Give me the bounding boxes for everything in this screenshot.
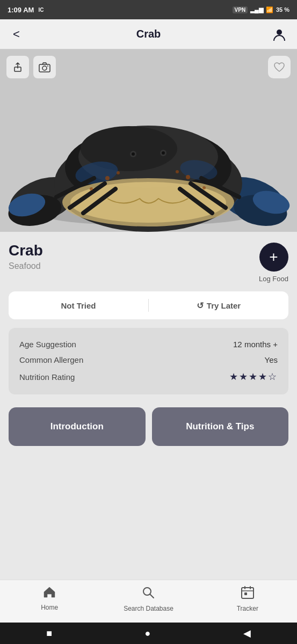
nav-tracker[interactable]: Tracker (198, 586, 297, 612)
nutrition-rating-stars: ★★★★☆ (229, 371, 278, 383)
age-suggestion-label: Age Suggestion (19, 340, 76, 349)
signal-icon: ▂▄▆ (250, 6, 263, 13)
try-later-icon: ↺ (197, 301, 204, 311)
svg-point-4 (47, 65, 48, 67)
svg-point-27 (105, 176, 110, 180)
not-tried-label: Not Tried (61, 301, 96, 310)
tab-section: Introduction Nutrition & Tips (9, 407, 288, 457)
food-image-section (0, 49, 297, 232)
camera-button[interactable] (33, 56, 56, 78)
android-nav: ■ ● ◀ (0, 623, 297, 644)
status-row: Not Tried ↺ Try Later (9, 291, 288, 319)
bottom-nav: Home Search Database Tracker (0, 580, 297, 623)
allergen-row: Common Allergen Yes (19, 352, 278, 368)
back-button[interactable]: < (9, 25, 24, 43)
android-back-button[interactable]: ◀ (243, 627, 251, 639)
nav-tracker-label: Tracker (237, 605, 258, 612)
svg-point-32 (176, 170, 179, 173)
search-icon (141, 586, 155, 603)
age-suggestion-value: 12 months + (233, 340, 278, 349)
svg-point-29 (90, 187, 93, 191)
wifi-icon: 📶 (266, 6, 273, 13)
nutrition-rating-row: Nutrition Rating ★★★★☆ (19, 368, 278, 386)
age-suggestion-row: Age Suggestion 12 months + (19, 336, 278, 352)
android-home-button[interactable]: ● (144, 628, 150, 639)
food-name: Crab (9, 243, 43, 259)
svg-point-30 (202, 186, 206, 189)
battery-label: 35 % (276, 6, 289, 13)
info-box: Age Suggestion 12 months + Common Allerg… (9, 328, 288, 394)
vpn-label: VPN (233, 6, 248, 13)
log-food-plus-icon: + (259, 243, 288, 272)
allergen-label: Common Allergen (19, 355, 83, 364)
try-later-button[interactable]: ↺ Try Later (149, 291, 288, 319)
svg-point-0 (277, 30, 282, 35)
home-icon (42, 586, 56, 602)
nav-home[interactable]: Home (0, 586, 99, 611)
not-tried-button[interactable]: Not Tried (9, 291, 148, 319)
share-button[interactable] (6, 56, 29, 78)
food-category: Seafood (9, 261, 43, 271)
content-area: Crab Seafood + Log Food Not Tried ↺ Try … (0, 232, 297, 521)
nav-search-label: Search Database (124, 605, 173, 612)
log-food-label: Log Food (259, 275, 288, 283)
svg-point-35 (132, 152, 135, 156)
nutrition-rating-label: Nutrition Rating (19, 372, 75, 382)
time-label: 1:09 AM (8, 6, 34, 14)
status-bar: 1:09 AM IC VPN ▂▄▆ 📶 35 % (0, 0, 297, 19)
page-title: Crab (136, 28, 161, 40)
food-header: Crab Seafood + Log Food (9, 243, 288, 283)
try-later-label: Try Later (207, 301, 241, 310)
food-info: Crab Seafood (9, 243, 43, 271)
tab-nutrition-tips[interactable]: Nutrition & Tips (152, 407, 289, 446)
image-action-buttons (6, 56, 56, 78)
svg-point-36 (162, 151, 165, 155)
svg-point-31 (117, 171, 120, 174)
tracker-icon (241, 586, 255, 603)
svg-line-38 (150, 594, 154, 598)
ic-badge: IC (38, 7, 44, 13)
svg-rect-2 (39, 64, 50, 72)
status-left: 1:09 AM IC (8, 6, 44, 14)
svg-point-28 (186, 175, 190, 179)
app-header: < Crab (0, 19, 297, 49)
profile-button[interactable] (270, 25, 288, 43)
svg-rect-43 (244, 592, 247, 595)
nav-search[interactable]: Search Database (99, 586, 198, 612)
allergen-value: Yes (265, 355, 278, 364)
favorite-button[interactable] (268, 56, 291, 78)
nav-home-label: Home (41, 604, 58, 611)
android-square-button[interactable]: ■ (46, 628, 52, 639)
svg-point-3 (42, 66, 47, 70)
status-right: VPN ▂▄▆ 📶 35 % (233, 6, 289, 13)
log-food-button[interactable]: + Log Food (259, 243, 288, 283)
tab-introduction[interactable]: Introduction (9, 407, 146, 446)
svg-rect-39 (242, 588, 253, 598)
